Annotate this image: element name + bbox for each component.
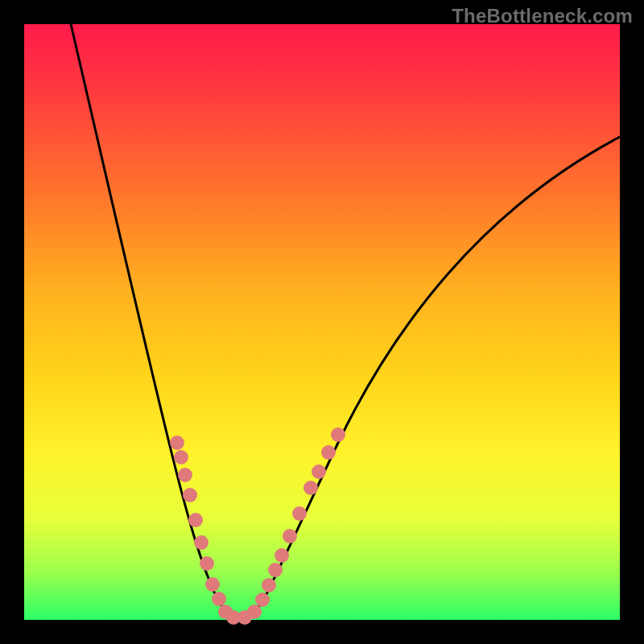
data-points [170, 427, 345, 625]
data-point [174, 450, 188, 464]
data-point [200, 556, 214, 571]
left-curve [71, 24, 240, 618]
data-point [275, 548, 289, 563]
data-point [303, 481, 318, 495]
data-point [178, 468, 192, 482]
data-point [183, 488, 197, 502]
data-point [255, 592, 270, 607]
data-point [312, 464, 326, 479]
right-curve [240, 137, 620, 618]
data-point [205, 577, 220, 592]
data-point [194, 535, 208, 550]
data-point [283, 529, 297, 543]
data-point [188, 513, 203, 527]
watermark-text: TheBottleneck.com [452, 5, 633, 27]
data-point [262, 578, 276, 592]
data-point [268, 563, 283, 577]
data-point [247, 605, 262, 619]
data-point [170, 436, 184, 450]
data-point [212, 592, 226, 606]
curve-svg [24, 24, 620, 620]
plot-area [24, 24, 620, 620]
chart-frame: TheBottleneck.com [0, 0, 644, 644]
data-point [331, 427, 345, 442]
data-point [321, 445, 336, 460]
data-point [292, 506, 307, 521]
